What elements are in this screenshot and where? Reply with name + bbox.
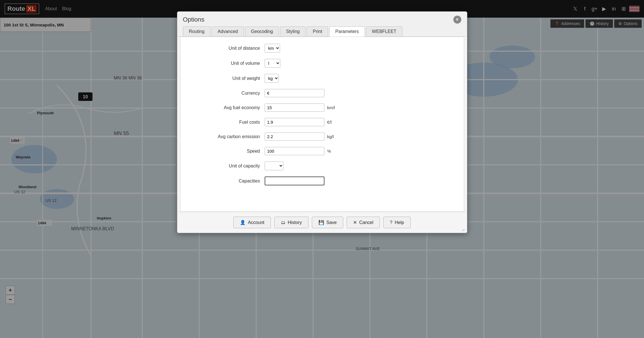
unit-of-volume-select[interactable]: l gal <box>265 59 280 68</box>
avg-fuel-economy-unit: km/l <box>327 105 335 110</box>
unit-of-weight-row: Unit of weight kg lb <box>180 74 464 83</box>
cancel-label: Cancel <box>359 220 373 225</box>
save-label: Save <box>326 220 337 225</box>
unit-of-distance-select[interactable]: km mi <box>265 44 280 53</box>
unit-of-capacity-row: Unit of capacity kg l units <box>180 161 464 170</box>
tab-styling[interactable]: Styling <box>280 26 306 36</box>
avg-carbon-emission-input[interactable] <box>265 132 324 141</box>
dialog-title: Options <box>183 16 205 23</box>
avg-carbon-emission-row: Avg carbon emission kg/l <box>180 132 464 141</box>
dialog-header: Options × Routing Advanced Geocoding Sty… <box>177 12 467 37</box>
speed-input[interactable] <box>265 147 324 155</box>
speed-unit: % <box>327 149 331 154</box>
avg-fuel-economy-row: Avg fuel economy km/l <box>180 103 464 112</box>
account-label: Account <box>248 220 264 225</box>
tab-geocoding[interactable]: Geocoding <box>245 26 279 36</box>
currency-row: Currency <box>180 89 464 97</box>
unit-of-weight-label: Unit of weight <box>192 76 260 81</box>
tab-print[interactable]: Print <box>307 26 328 36</box>
capacities-label: Capacities <box>192 179 260 184</box>
tab-webfleet[interactable]: WEBFLEET <box>366 26 402 36</box>
options-dialog: Options × Routing Advanced Geocoding Sty… <box>177 11 467 233</box>
unit-of-capacity-select[interactable]: kg l units <box>265 161 283 170</box>
tab-advanced[interactable]: Advanced <box>212 26 244 36</box>
help-icon: ? <box>390 220 392 225</box>
person-icon: 👤 <box>240 220 246 225</box>
help-label: Help <box>395 220 404 225</box>
fuel-costs-row: Fuel costs €/l <box>180 118 464 126</box>
save-button[interactable]: 💾 Save <box>312 217 343 228</box>
dialog-body: Unit of distance km mi Unit of volume l … <box>180 37 464 212</box>
history-footer-button[interactable]: 🗂 History <box>274 217 308 228</box>
fuel-costs-input[interactable] <box>265 118 324 126</box>
avg-fuel-economy-label: Avg fuel economy <box>192 105 260 110</box>
fuel-costs-label: Fuel costs <box>192 120 260 125</box>
dialog-footer: 👤 Account 🗂 History 💾 Save ✕ Cancel ? He… <box>177 212 467 233</box>
unit-of-distance-row: Unit of distance km mi <box>180 44 464 53</box>
fuel-costs-unit: €/l <box>327 120 332 125</box>
avg-carbon-emission-label: Avg carbon emission <box>192 134 260 139</box>
help-button[interactable]: ? Help <box>383 217 411 228</box>
capacities-input[interactable] <box>265 177 324 185</box>
dialog-close-button[interactable]: × <box>453 16 461 24</box>
tab-routing[interactable]: Routing <box>183 26 211 36</box>
avg-fuel-economy-input[interactable] <box>265 103 324 112</box>
modal-overlay: Options × Routing Advanced Geocoding Sty… <box>0 0 644 338</box>
tab-parameters[interactable]: Parameters <box>329 26 365 37</box>
tabs: Routing Advanced Geocoding Styling Print… <box>183 26 461 36</box>
speed-row: Speed % <box>180 147 464 155</box>
unit-of-volume-label: Unit of volume <box>192 61 260 66</box>
history-footer-label: History <box>288 220 302 225</box>
avg-carbon-emission-unit: kg/l <box>327 134 334 139</box>
resize-handle[interactable]: ⊿ <box>462 228 466 232</box>
cancel-icon: ✕ <box>353 220 357 225</box>
unit-of-volume-row: Unit of volume l gal <box>180 59 464 68</box>
unit-of-capacity-label: Unit of capacity <box>192 163 260 169</box>
save-icon: 💾 <box>318 220 324 225</box>
unit-of-distance-label: Unit of distance <box>192 46 260 51</box>
history-footer-icon: 🗂 <box>281 220 285 225</box>
speed-label: Speed <box>192 149 260 154</box>
currency-input[interactable] <box>265 89 324 97</box>
unit-of-weight-select[interactable]: kg lb <box>265 74 279 83</box>
capacities-row: Capacities <box>180 177 464 185</box>
account-button[interactable]: 👤 Account <box>233 217 271 228</box>
currency-label: Currency <box>192 91 260 96</box>
dialog-title-row: Options × <box>183 16 461 24</box>
cancel-button[interactable]: ✕ Cancel <box>347 217 380 228</box>
